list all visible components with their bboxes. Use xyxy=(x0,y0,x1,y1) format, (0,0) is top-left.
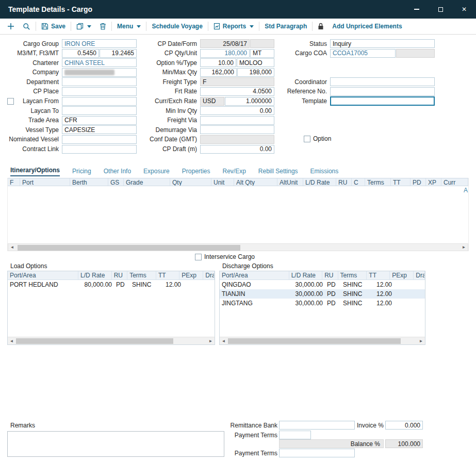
scroll-left-icon[interactable]: ◄ xyxy=(8,337,15,345)
column-header-berth[interactable]: Berth xyxy=(70,178,108,186)
column-header-tt[interactable]: TT xyxy=(367,271,390,279)
column-header-terms[interactable]: Terms xyxy=(365,178,391,186)
column-header-pexp[interactable]: PExp xyxy=(390,271,414,279)
column-header-xp[interactable]: XP xyxy=(426,178,441,186)
column-header-draft[interactable]: Dra xyxy=(414,271,425,279)
column-header-curr[interactable]: Curr xyxy=(441,178,468,186)
scroll-right-icon[interactable]: ► xyxy=(460,243,468,251)
column-header-terms[interactable]: Terms xyxy=(127,271,156,279)
std-paragraph-button[interactable]: Std Paragraph xyxy=(260,19,311,34)
option-pct-field[interactable]: 10.00 xyxy=(200,58,236,67)
min-qty-field[interactable]: 162,000 xyxy=(200,68,237,77)
column-header-pd[interactable]: PD xyxy=(411,178,426,186)
discharge-options-body[interactable]: QINGDAO 30,000.00 PD SHINC 12.00 TIANJIN… xyxy=(220,280,425,337)
scroll-left-icon[interactable]: ◄ xyxy=(220,337,227,345)
column-header-ld-rate[interactable]: L/D Rate xyxy=(303,178,336,186)
search-button[interactable] xyxy=(19,19,35,34)
charterer-field[interactable]: CHINA STEEL xyxy=(62,58,137,67)
frt-rate-field[interactable]: 4.0500 xyxy=(200,87,274,96)
schedule-voyage-button[interactable]: Schedule Voyage xyxy=(147,19,206,34)
ft3-per-mt-field[interactable]: 19.2465 xyxy=(100,49,137,58)
scroll-right-icon[interactable]: ► xyxy=(417,337,425,345)
table-row[interactable]: JINGTANG 30,000.00 PD SHINC 12.00 xyxy=(220,299,425,308)
trade-area-field[interactable]: CFR xyxy=(62,116,137,125)
table-row[interactable]: PORT HEDLAND 80,000.00 PD SHINC 12.00 xyxy=(8,280,215,289)
cp-place-field[interactable] xyxy=(62,87,137,96)
max-qty-field[interactable]: 198,000 xyxy=(237,68,274,77)
coordinator-field[interactable] xyxy=(330,77,435,86)
maximize-button[interactable] xyxy=(429,0,452,19)
column-header-ru[interactable]: RU xyxy=(322,271,338,279)
scroll-right-icon[interactable]: ► xyxy=(207,337,215,345)
payment-terms-field[interactable] xyxy=(279,431,311,439)
demurrage-via-field[interactable] xyxy=(200,125,274,134)
cargo-group-field[interactable]: IRON ORE xyxy=(62,39,137,48)
column-header-draft[interactable]: Dra xyxy=(203,271,215,279)
load-options-hscrollbar[interactable]: ◄ ► xyxy=(8,337,215,344)
tab-exposure[interactable]: Exposure xyxy=(143,168,170,176)
discharge-options-hscrollbar[interactable]: ◄ ► xyxy=(220,337,425,344)
reports-button[interactable]: Reports xyxy=(209,19,258,34)
column-header-ru[interactable]: RU xyxy=(336,178,352,186)
reference-no-field[interactable] xyxy=(330,87,435,96)
laycan-to-field[interactable] xyxy=(62,106,137,115)
column-header-port[interactable]: Port xyxy=(20,178,70,186)
nominated-vessel-field[interactable] xyxy=(62,135,137,144)
cargo-coa-field[interactable]: CCOA17005 xyxy=(330,49,396,58)
remarks-textarea[interactable] xyxy=(7,431,224,457)
scroll-left-icon[interactable]: ◄ xyxy=(8,243,16,251)
cp-form-field[interactable] xyxy=(250,39,274,48)
min-inv-qty-field[interactable]: 0.00 xyxy=(200,106,274,115)
laycan-from-checkbox[interactable] xyxy=(7,98,14,105)
column-header-unit[interactable]: Unit xyxy=(211,178,234,186)
itinerary-grid-body[interactable]: A xyxy=(8,186,468,243)
scrollbar-thumb[interactable] xyxy=(18,245,240,251)
scrollbar-thumb[interactable] xyxy=(16,338,173,344)
company-field[interactable] xyxy=(62,68,137,77)
table-row-selected[interactable]: TIANJIN 30,000.00 PD SHINC 12.00 xyxy=(220,289,425,299)
currency-field[interactable]: USD xyxy=(200,97,224,106)
column-header-pexp[interactable]: PExp xyxy=(179,271,203,279)
option-type-field[interactable]: MOLOO xyxy=(237,58,274,67)
column-header-f[interactable]: F xyxy=(8,178,20,186)
exch-rate-field[interactable]: 1.000000 xyxy=(225,97,274,106)
template-field[interactable] xyxy=(330,96,435,106)
remittance-bank-field[interactable] xyxy=(279,421,355,430)
minimize-button[interactable] xyxy=(405,0,429,19)
menu-button[interactable]: Menu xyxy=(113,19,145,34)
column-header-ld-rate[interactable]: L/D Rate xyxy=(78,271,112,279)
status-field[interactable]: Inquiry xyxy=(330,39,435,48)
conf-date-field[interactable] xyxy=(200,135,274,144)
department-field[interactable] xyxy=(62,77,137,86)
column-header-port-area[interactable]: Port/Area xyxy=(8,271,78,279)
scrollbar-thumb[interactable] xyxy=(228,338,401,344)
copy-button[interactable] xyxy=(72,19,95,34)
save-button[interactable]: Save xyxy=(37,19,70,34)
payment-terms-2-field[interactable] xyxy=(279,449,355,457)
m3-per-mt-field[interactable]: 0.5450 xyxy=(62,49,99,58)
close-button[interactable]: ✕ xyxy=(452,0,476,19)
tab-itinerary-options[interactable]: Itinerary/Options xyxy=(10,167,60,176)
table-row[interactable]: QINGDAO 30,000.00 PD SHINC 12.00 xyxy=(220,280,425,289)
column-header-gs[interactable]: GS xyxy=(108,178,124,186)
column-header-terms[interactable]: Terms xyxy=(338,271,367,279)
tab-rebill-settings[interactable]: Rebill Settings xyxy=(258,168,298,176)
new-button[interactable] xyxy=(3,19,19,34)
balance-pct-field[interactable]: 100.000 xyxy=(385,439,423,448)
column-header-port-area[interactable]: Port/Area xyxy=(220,271,289,279)
delete-button[interactable] xyxy=(95,19,110,34)
freight-via-field[interactable] xyxy=(200,116,274,125)
cp-date-field[interactable]: 25/08/17 xyxy=(200,39,250,48)
vessel-type-field[interactable]: CAPESIZE xyxy=(62,125,137,134)
freight-type-field[interactable]: F xyxy=(200,77,274,86)
column-header-c[interactable]: C xyxy=(352,178,365,186)
load-options-body[interactable]: PORT HEDLAND 80,000.00 PD SHINC 12.00 xyxy=(8,280,215,337)
tab-rev-exp[interactable]: Rev/Exp xyxy=(223,168,246,176)
interservice-cargo-checkbox[interactable] xyxy=(195,254,202,260)
column-header-qty[interactable]: Qty xyxy=(170,178,211,186)
tab-other-info[interactable]: Other Info xyxy=(104,168,131,176)
column-header-ld-rate[interactable]: L/D Rate xyxy=(289,271,323,279)
option-checkbox[interactable] xyxy=(304,136,310,142)
column-header-alt-qty[interactable]: Alt Qty xyxy=(234,178,277,186)
tab-properties[interactable]: Properties xyxy=(182,168,210,176)
